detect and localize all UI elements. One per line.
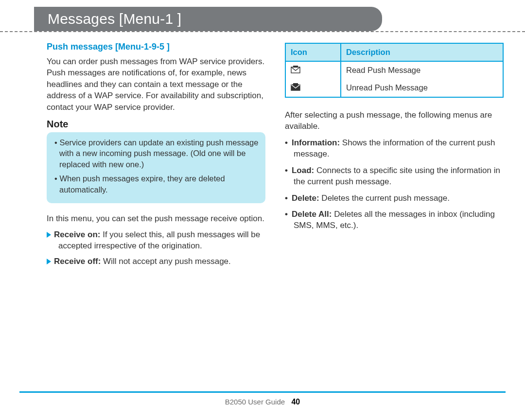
note-bullet: • When push messages expire, they are de… — [54, 173, 259, 195]
mid-paragraph: In this menu, you can set the push messa… — [47, 213, 265, 224]
left-column: Push messages [Menu-1-9-5 ] You can orde… — [47, 41, 265, 271]
svg-rect-3 — [293, 83, 298, 85]
list-item: Delete All: Deletes all the messages in … — [285, 209, 504, 231]
unread-push-icon — [291, 83, 300, 94]
content: Push messages [Menu-1-9-5 ] You can orde… — [0, 32, 525, 276]
intro-paragraph: You can order push messages from WAP ser… — [47, 56, 265, 113]
chevron-right-icon — [47, 232, 51, 238]
table-cell: Read Push Message — [341, 61, 503, 79]
read-push-icon — [291, 65, 300, 76]
table-header-description: Description — [341, 43, 503, 61]
list-item: Load: Connects to a specific site using … — [285, 165, 504, 188]
note-box: • Service providers can update an existi… — [47, 132, 265, 203]
footer: B2050 User Guide 40 — [0, 391, 525, 406]
table-row: Read Push Message — [285, 61, 503, 79]
list-item: Receive on: If you select this, all push… — [47, 229, 265, 252]
list-item: Information: Shows the information of th… — [285, 137, 504, 160]
table-row: Unread Push Message — [285, 79, 503, 97]
section-heading: Push messages [Menu-1-9-5 ] — [47, 41, 265, 53]
list-item: Delete: Deletes the current push message… — [285, 192, 504, 204]
page-number: 40 — [291, 398, 300, 406]
note-heading: Note — [47, 118, 265, 131]
footer-bar — [19, 391, 506, 393]
table-cell: Unread Push Message — [341, 79, 503, 97]
divider-dashed — [0, 31, 525, 32]
note-bullet: • Service providers can update an existi… — [54, 137, 259, 170]
page-title: Messages [Menu-1 ] — [48, 11, 181, 27]
table-header-icon: Icon — [285, 43, 341, 61]
title-bar: Messages [Menu-1 ] — [34, 7, 382, 31]
svg-rect-1 — [293, 66, 298, 68]
after-paragraph: After selecting a push message, the foll… — [285, 109, 504, 132]
icon-description-table: Icon Description Re — [285, 43, 504, 98]
chevron-right-icon — [47, 259, 51, 264]
right-column: Icon Description Re — [285, 41, 504, 271]
footer-guide: B2050 User Guide — [225, 398, 285, 406]
list-item: Receive off: Will not accept any push me… — [47, 256, 265, 267]
arrow-list: Receive on: If you select this, all push… — [47, 229, 265, 267]
